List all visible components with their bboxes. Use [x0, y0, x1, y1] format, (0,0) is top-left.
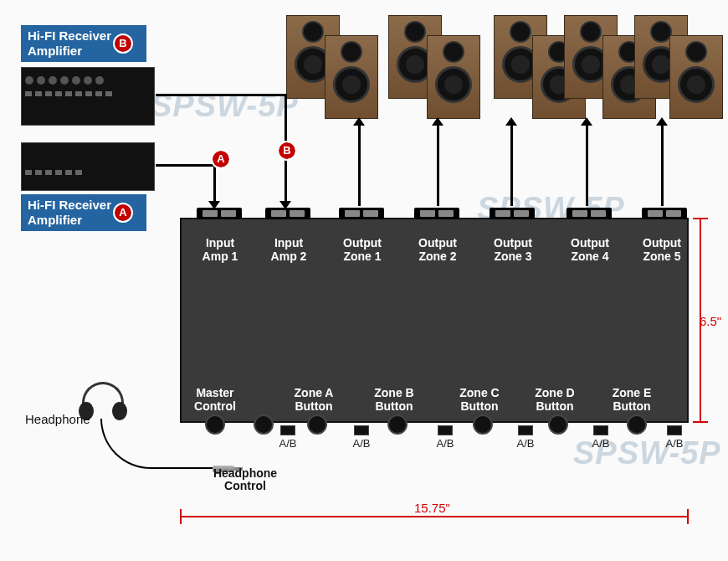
label-output-zone5: Output Zone 5	[632, 236, 692, 263]
headphone-volume-dial[interactable]	[254, 414, 274, 435]
cable-zone5	[661, 124, 664, 206]
dimension-height-value: 6.5"	[700, 314, 721, 328]
label-zone-a-button: Zone A Button	[284, 386, 344, 413]
cable-zone1	[358, 124, 361, 206]
speaker-selector-unit: Input Amp 1 Input Amp 2 Output Zone 1 Ou…	[180, 218, 689, 423]
port-input-amp1	[197, 208, 242, 219]
marker-a-icon: A	[115, 204, 131, 221]
cable-zone2	[437, 124, 439, 206]
label-zone-d-button: Zone D Button	[525, 386, 585, 413]
arrow-up-icon	[656, 117, 668, 126]
cable-zone3	[510, 124, 513, 206]
arrow-up-icon	[353, 117, 365, 126]
marker-b-icon: B	[115, 35, 131, 52]
amplifier-b	[21, 67, 155, 126]
label-output-zone3: Output Zone 3	[483, 236, 543, 263]
port-output-zone2	[414, 208, 459, 219]
headphone-label: Headphone	[25, 412, 90, 426]
port-input-amp2	[265, 208, 310, 219]
receiver-b-label: Hi-FI Receiver Amplifier B	[21, 25, 146, 62]
label-master-control: Master Control	[185, 386, 245, 413]
label-output-zone2: Output Zone 2	[408, 236, 468, 263]
zone-b-dial[interactable]	[387, 414, 408, 435]
port-output-zone3	[490, 208, 535, 219]
cable-a	[213, 164, 216, 204]
receiver-a-line2: Amplifier	[28, 213, 82, 227]
dimension-width-value: 15.75"	[414, 501, 450, 515]
receiver-a-line1: Hi-FI Receiver	[28, 198, 111, 212]
ab-switch-headphone[interactable]: A/B	[274, 425, 302, 450]
label-output-zone4: Output Zone 4	[560, 236, 620, 263]
marker-b-icon: B	[279, 142, 295, 159]
port-output-zone4	[567, 208, 612, 219]
label-zone-b-button: Zone B Button	[364, 386, 424, 413]
ab-switch-zone-a[interactable]: A/B	[347, 425, 376, 450]
receiver-b-line1: Hi-FI Receiver	[28, 28, 111, 43]
zone-d-dial[interactable]	[548, 414, 568, 435]
label-input-amp1: Input Amp 1	[190, 236, 250, 263]
ab-switch-zone-d[interactable]: A/B	[587, 425, 615, 450]
ab-switch-zone-c[interactable]: A/B	[511, 425, 540, 450]
arrow-up-icon	[581, 117, 592, 126]
ab-switch-zone-b[interactable]: A/B	[431, 425, 459, 450]
cable-zone4	[586, 124, 588, 206]
receiver-a-label: Hi-FI Receiver Amplifier A	[21, 194, 146, 231]
zone-a-dial[interactable]	[307, 414, 327, 435]
label-zone-c-button: Zone C Button	[449, 386, 510, 413]
speaker	[325, 35, 378, 119]
ab-switch-zone-e[interactable]: A/B	[660, 425, 689, 450]
speaker	[669, 35, 723, 119]
label-input-amp2: Input Amp 2	[259, 236, 319, 263]
zone-e-dial[interactable]	[627, 414, 647, 435]
zone-c-dial[interactable]	[473, 414, 493, 435]
marker-a-icon: A	[213, 151, 229, 167]
headphone-control-label: Headphone Control	[208, 467, 283, 493]
port-output-zone1	[339, 208, 384, 219]
dimension-width	[180, 516, 689, 517]
cable-b	[156, 94, 285, 96]
label-zone-e-button: Zone E Button	[602, 386, 662, 413]
amplifier-a	[21, 142, 155, 191]
receiver-b-line2: Amplifier	[28, 44, 82, 58]
headphone-cable	[100, 419, 218, 469]
arrow-up-icon	[505, 117, 517, 126]
label-output-zone1: Output Zone 1	[332, 236, 392, 263]
headphone-icon	[82, 382, 124, 415]
arrow-up-icon	[432, 117, 443, 126]
cable-a	[156, 164, 214, 167]
speaker	[427, 35, 480, 119]
port-output-zone5	[642, 208, 687, 219]
